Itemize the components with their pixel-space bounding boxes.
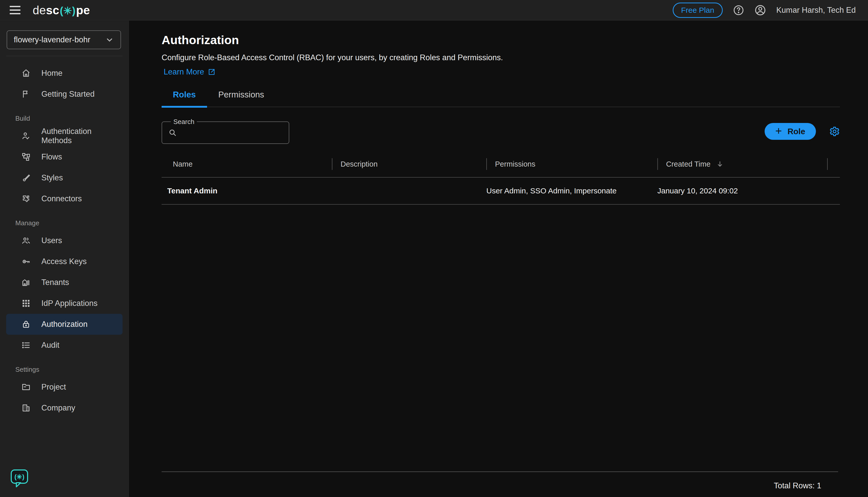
sidebar-item-label: Access Keys bbox=[41, 257, 86, 266]
key-icon bbox=[22, 257, 31, 266]
sidebar-item-label: Authorization bbox=[41, 320, 87, 329]
sidebar-item-audit[interactable]: Audit bbox=[6, 335, 123, 356]
cell-permissions: User Admin, SSO Admin, Impersonate bbox=[486, 178, 657, 204]
users-icon bbox=[22, 236, 31, 245]
page-description: Configure Role-Based Access Control (RBA… bbox=[162, 53, 840, 62]
user-name[interactable]: Kumar Harsh, Tech Ed bbox=[776, 5, 856, 15]
building-icon bbox=[22, 403, 31, 413]
sidebar-item-getting-started[interactable]: Getting Started bbox=[6, 84, 123, 104]
tab-bar: Roles Permissions bbox=[162, 90, 840, 107]
table-header: Name Description Permissions Created Tim… bbox=[162, 157, 840, 171]
sidebar-item-access-keys[interactable]: Access Keys bbox=[6, 251, 123, 272]
sidebar-item-styles[interactable]: Styles bbox=[6, 167, 123, 188]
sidebar-item-authentication-methods[interactable]: Authentication Methods bbox=[6, 126, 123, 146]
sidebar-section-settings: Settings bbox=[0, 365, 129, 374]
flag-icon bbox=[22, 89, 31, 99]
column-header-actions bbox=[827, 158, 840, 170]
main-content: Authorization Configure Role-Based Acces… bbox=[129, 21, 868, 497]
column-header-permissions[interactable]: Permissions bbox=[486, 158, 657, 170]
sidebar-section-build: Build bbox=[0, 114, 129, 123]
search-box[interactable]: Search bbox=[162, 122, 289, 144]
folder-icon bbox=[22, 382, 31, 392]
total-rows-label: Total Rows: 1 bbox=[162, 481, 838, 491]
external-link-icon bbox=[208, 68, 215, 76]
sidebar-item-project[interactable]: Project bbox=[6, 377, 123, 398]
project-selector[interactable]: flowery-lavender-bohr bbox=[6, 30, 121, 49]
roles-toolbar: Search + Role bbox=[162, 122, 840, 144]
table-footer: Total Rows: 1 bbox=[162, 471, 838, 497]
avatar-icon[interactable] bbox=[754, 4, 766, 16]
logo-text-light: de bbox=[33, 3, 46, 17]
sidebar-item-label: Getting Started bbox=[41, 89, 95, 99]
search-input[interactable] bbox=[182, 128, 279, 137]
add-role-button[interactable]: + Role bbox=[765, 123, 816, 140]
help-icon[interactable] bbox=[733, 4, 744, 16]
chevron-down-icon bbox=[105, 36, 114, 44]
learn-more-link[interactable]: Learn More bbox=[164, 67, 215, 76]
column-header-name[interactable]: Name bbox=[162, 158, 332, 170]
add-role-label: Role bbox=[787, 127, 805, 136]
list-icon bbox=[22, 341, 31, 350]
gear-icon[interactable] bbox=[829, 126, 840, 137]
sidebar-item-label: Users bbox=[41, 236, 62, 245]
search-label: Search bbox=[171, 118, 197, 126]
sidebar-item-flows[interactable]: Flows bbox=[6, 146, 123, 167]
sidebar-item-tenants[interactable]: Tenants bbox=[6, 272, 123, 293]
sidebar-item-label: Connectors bbox=[41, 194, 82, 203]
sidebar-item-label: Styles bbox=[41, 173, 63, 182]
sidebar: flowery-lavender-bohr Home Getting Start… bbox=[0, 21, 129, 497]
sidebar-item-company[interactable]: Company bbox=[6, 398, 123, 418]
sort-down-icon[interactable] bbox=[716, 160, 724, 168]
sidebar-item-label: Flows bbox=[41, 152, 62, 161]
sidebar-item-idp-applications[interactable]: IdP Applications bbox=[6, 293, 123, 314]
hamburger-icon[interactable] bbox=[10, 6, 20, 14]
sidebar-item-label: IdP Applications bbox=[41, 299, 98, 308]
sidebar-item-label: Company bbox=[41, 403, 75, 413]
logo-text-bold-right: pe bbox=[76, 3, 90, 17]
plus-icon: + bbox=[775, 125, 782, 137]
footer-divider bbox=[162, 471, 838, 472]
sidebar-item-home[interactable]: Home bbox=[6, 63, 123, 84]
table-row[interactable]: Tenant Admin User Admin, SSO Admin, Impe… bbox=[162, 177, 840, 204]
app-logo: desc(✳)pe bbox=[33, 3, 90, 17]
toolbar-actions: + Role bbox=[765, 123, 840, 140]
topbar: desc(✳)pe Free Plan Kumar Harsh, Tech Ed bbox=[0, 0, 868, 20]
sidebar-section-manage: Manage bbox=[0, 218, 129, 228]
flow-icon bbox=[22, 152, 31, 161]
sidebar-nav: Home Getting Started Build Authenticatio… bbox=[0, 56, 129, 418]
sidebar-item-users[interactable]: Users bbox=[6, 230, 123, 251]
free-plan-button[interactable]: Free Plan bbox=[673, 2, 723, 18]
svg-text:(✳): (✳) bbox=[14, 473, 24, 481]
column-header-created-time[interactable]: Created Time bbox=[657, 158, 827, 170]
project-selector-value: flowery-lavender-bohr bbox=[14, 35, 90, 44]
chat-bubble-icon[interactable]: (✳) bbox=[10, 469, 31, 489]
sidebar-item-label: Audit bbox=[41, 341, 59, 350]
column-header-description[interactable]: Description bbox=[332, 158, 486, 170]
tenant-icon bbox=[22, 278, 31, 287]
page-title: Authorization bbox=[162, 33, 840, 47]
logo-text-bold-left: sc bbox=[46, 3, 59, 17]
tab-roles[interactable]: Roles bbox=[162, 90, 207, 106]
cell-name: Tenant Admin bbox=[162, 178, 332, 204]
logo-mark-icon: (✳) bbox=[59, 5, 76, 17]
sidebar-item-label: Tenants bbox=[41, 278, 69, 287]
lock-icon bbox=[22, 320, 31, 329]
puzzle-icon bbox=[22, 194, 31, 203]
sidebar-item-label: Home bbox=[41, 69, 62, 78]
cell-actions bbox=[827, 178, 840, 204]
brush-icon bbox=[22, 173, 31, 182]
cell-created-time: January 10, 2024 09:02 bbox=[657, 178, 827, 204]
sidebar-item-label: Authentication Methods bbox=[41, 127, 123, 145]
cell-description bbox=[332, 178, 486, 204]
sidebar-item-label: Project bbox=[41, 382, 66, 392]
tab-permissions[interactable]: Permissions bbox=[207, 90, 276, 106]
learn-more-label: Learn More bbox=[164, 67, 204, 76]
home-icon bbox=[22, 69, 31, 78]
topbar-right: Free Plan Kumar Harsh, Tech Ed bbox=[673, 2, 856, 18]
grid-icon bbox=[22, 299, 31, 308]
person-check-icon bbox=[22, 131, 31, 141]
sidebar-item-connectors[interactable]: Connectors bbox=[6, 188, 123, 209]
sidebar-item-authorization[interactable]: Authorization bbox=[6, 314, 123, 335]
search-icon bbox=[168, 128, 177, 137]
